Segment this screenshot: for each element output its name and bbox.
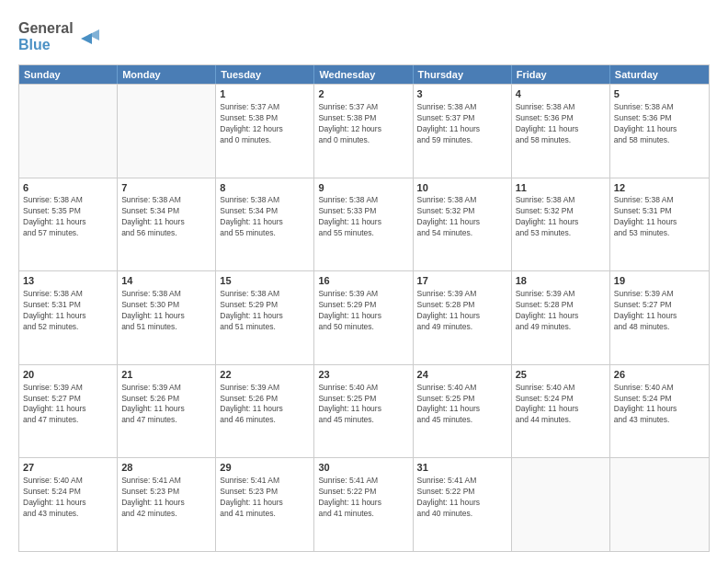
day-number: 12 bbox=[614, 181, 705, 195]
day-info: Sunrise: 5:38 AMSunset: 5:31 PMDaylight:… bbox=[23, 289, 113, 333]
day-cell-20: 20Sunrise: 5:39 AMSunset: 5:27 PMDayligh… bbox=[19, 365, 118, 458]
calendar-page: General Blue SundayMondayTuesdayWednesda… bbox=[0, 0, 728, 563]
day-info: Sunrise: 5:37 AMSunset: 5:38 PMDaylight:… bbox=[220, 102, 310, 146]
day-info: Sunrise: 5:38 AMSunset: 5:32 PMDaylight:… bbox=[516, 195, 606, 239]
day-info: Sunrise: 5:37 AMSunset: 5:38 PMDaylight:… bbox=[318, 102, 408, 146]
day-number: 11 bbox=[516, 181, 606, 195]
day-number: 4 bbox=[516, 87, 606, 101]
day-number: 10 bbox=[417, 181, 507, 195]
day-cell-19: 19Sunrise: 5:39 AMSunset: 5:27 PMDayligh… bbox=[610, 271, 709, 364]
day-number: 8 bbox=[220, 181, 310, 195]
week-row-3: 13Sunrise: 5:38 AMSunset: 5:31 PMDayligh… bbox=[19, 270, 709, 364]
day-header-monday: Monday bbox=[118, 65, 216, 84]
day-cell-14: 14Sunrise: 5:38 AMSunset: 5:30 PMDayligh… bbox=[118, 271, 216, 364]
day-number: 23 bbox=[318, 368, 408, 382]
day-cell-6: 6Sunrise: 5:38 AMSunset: 5:35 PMDaylight… bbox=[19, 178, 118, 271]
day-info: Sunrise: 5:39 AMSunset: 5:27 PMDaylight:… bbox=[23, 383, 113, 427]
day-cell-10: 10Sunrise: 5:38 AMSunset: 5:32 PMDayligh… bbox=[414, 178, 512, 271]
day-number: 27 bbox=[23, 461, 113, 475]
day-number: 30 bbox=[318, 461, 408, 475]
day-number: 5 bbox=[614, 87, 705, 101]
day-info: Sunrise: 5:40 AMSunset: 5:24 PMDaylight:… bbox=[614, 383, 705, 427]
day-header-friday: Friday bbox=[512, 65, 610, 84]
day-info: Sunrise: 5:38 AMSunset: 5:36 PMDaylight:… bbox=[516, 102, 606, 146]
day-number: 1 bbox=[220, 87, 310, 101]
day-info: Sunrise: 5:41 AMSunset: 5:23 PMDaylight:… bbox=[220, 476, 310, 520]
day-number: 22 bbox=[220, 368, 310, 382]
day-cell-17: 17Sunrise: 5:39 AMSunset: 5:28 PMDayligh… bbox=[414, 271, 512, 364]
day-number: 14 bbox=[121, 274, 211, 288]
day-info: Sunrise: 5:40 AMSunset: 5:24 PMDaylight:… bbox=[23, 476, 113, 520]
day-number: 17 bbox=[417, 274, 507, 288]
day-cell-8: 8Sunrise: 5:38 AMSunset: 5:34 PMDaylight… bbox=[216, 178, 314, 271]
day-number: 31 bbox=[417, 461, 507, 475]
day-info: Sunrise: 5:38 AMSunset: 5:37 PMDaylight:… bbox=[417, 102, 507, 146]
day-cell-26: 26Sunrise: 5:40 AMSunset: 5:24 PMDayligh… bbox=[610, 365, 709, 458]
day-info: Sunrise: 5:38 AMSunset: 5:35 PMDaylight:… bbox=[23, 195, 113, 239]
day-info: Sunrise: 5:39 AMSunset: 5:29 PMDaylight:… bbox=[318, 289, 408, 333]
week-row-1: 1Sunrise: 5:37 AMSunset: 5:38 PMDaylight… bbox=[19, 84, 709, 178]
logo-icon: General Blue bbox=[18, 17, 106, 55]
day-cell-3: 3Sunrise: 5:38 AMSunset: 5:37 PMDaylight… bbox=[414, 85, 512, 178]
day-cell-13: 13Sunrise: 5:38 AMSunset: 5:31 PMDayligh… bbox=[19, 271, 118, 364]
day-info: Sunrise: 5:39 AMSunset: 5:28 PMDaylight:… bbox=[516, 289, 606, 333]
day-info: Sunrise: 5:38 AMSunset: 5:32 PMDaylight:… bbox=[417, 195, 507, 239]
day-number: 29 bbox=[220, 461, 310, 475]
header: General Blue bbox=[18, 17, 710, 55]
day-cell-12: 12Sunrise: 5:38 AMSunset: 5:31 PMDayligh… bbox=[610, 178, 709, 271]
day-number: 18 bbox=[516, 274, 606, 288]
day-cell-4: 4Sunrise: 5:38 AMSunset: 5:36 PMDaylight… bbox=[512, 85, 610, 178]
day-cell-31: 31Sunrise: 5:41 AMSunset: 5:22 PMDayligh… bbox=[414, 458, 512, 551]
day-number: 3 bbox=[417, 87, 507, 101]
day-info: Sunrise: 5:38 AMSunset: 5:33 PMDaylight:… bbox=[318, 195, 408, 239]
svg-text:Blue: Blue bbox=[18, 37, 51, 52]
empty-cell bbox=[610, 458, 709, 551]
day-info: Sunrise: 5:38 AMSunset: 5:31 PMDaylight:… bbox=[614, 195, 705, 239]
day-info: Sunrise: 5:38 AMSunset: 5:29 PMDaylight:… bbox=[220, 289, 310, 333]
day-number: 24 bbox=[417, 368, 507, 382]
day-number: 25 bbox=[516, 368, 606, 382]
day-cell-25: 25Sunrise: 5:40 AMSunset: 5:24 PMDayligh… bbox=[512, 365, 610, 458]
day-header-wednesday: Wednesday bbox=[314, 65, 413, 84]
day-header-thursday: Thursday bbox=[414, 65, 512, 84]
day-info: Sunrise: 5:40 AMSunset: 5:25 PMDaylight:… bbox=[318, 383, 408, 427]
day-info: Sunrise: 5:40 AMSunset: 5:25 PMDaylight:… bbox=[417, 383, 507, 427]
day-number: 15 bbox=[220, 274, 310, 288]
day-cell-5: 5Sunrise: 5:38 AMSunset: 5:36 PMDaylight… bbox=[610, 85, 709, 178]
day-cell-7: 7Sunrise: 5:38 AMSunset: 5:34 PMDaylight… bbox=[118, 178, 216, 271]
calendar: SundayMondayTuesdayWednesdayThursdayFrid… bbox=[18, 64, 710, 552]
day-number: 13 bbox=[23, 274, 113, 288]
day-header-saturday: Saturday bbox=[610, 65, 709, 84]
day-number: 26 bbox=[614, 368, 705, 382]
day-cell-28: 28Sunrise: 5:41 AMSunset: 5:23 PMDayligh… bbox=[118, 458, 216, 551]
calendar-body: 1Sunrise: 5:37 AMSunset: 5:38 PMDaylight… bbox=[19, 84, 709, 551]
day-cell-11: 11Sunrise: 5:38 AMSunset: 5:32 PMDayligh… bbox=[512, 178, 610, 271]
week-row-4: 20Sunrise: 5:39 AMSunset: 5:27 PMDayligh… bbox=[19, 364, 709, 458]
svg-text:General: General bbox=[18, 20, 74, 36]
day-info: Sunrise: 5:38 AMSunset: 5:34 PMDaylight:… bbox=[220, 195, 310, 239]
day-number: 21 bbox=[121, 368, 211, 382]
day-info: Sunrise: 5:39 AMSunset: 5:26 PMDaylight:… bbox=[121, 383, 211, 427]
day-cell-23: 23Sunrise: 5:40 AMSunset: 5:25 PMDayligh… bbox=[314, 365, 413, 458]
day-number: 9 bbox=[318, 181, 408, 195]
day-cell-2: 2Sunrise: 5:37 AMSunset: 5:38 PMDaylight… bbox=[314, 85, 413, 178]
day-cell-1: 1Sunrise: 5:37 AMSunset: 5:38 PMDaylight… bbox=[216, 85, 314, 178]
day-info: Sunrise: 5:39 AMSunset: 5:27 PMDaylight:… bbox=[614, 289, 705, 333]
week-row-2: 6Sunrise: 5:38 AMSunset: 5:35 PMDaylight… bbox=[19, 178, 709, 271]
day-info: Sunrise: 5:39 AMSunset: 5:26 PMDaylight:… bbox=[220, 383, 310, 427]
day-info: Sunrise: 5:38 AMSunset: 5:36 PMDaylight:… bbox=[614, 102, 705, 146]
day-number: 7 bbox=[121, 181, 211, 195]
day-number: 16 bbox=[318, 274, 408, 288]
day-number: 19 bbox=[614, 274, 705, 288]
day-number: 2 bbox=[318, 87, 408, 101]
empty-cell bbox=[19, 85, 118, 178]
day-cell-15: 15Sunrise: 5:38 AMSunset: 5:29 PMDayligh… bbox=[216, 271, 314, 364]
day-cell-16: 16Sunrise: 5:39 AMSunset: 5:29 PMDayligh… bbox=[314, 271, 413, 364]
day-number: 6 bbox=[23, 181, 113, 195]
day-info: Sunrise: 5:38 AMSunset: 5:30 PMDaylight:… bbox=[121, 289, 211, 333]
day-cell-24: 24Sunrise: 5:40 AMSunset: 5:25 PMDayligh… bbox=[414, 365, 512, 458]
day-info: Sunrise: 5:41 AMSunset: 5:22 PMDaylight:… bbox=[417, 476, 507, 520]
day-info: Sunrise: 5:41 AMSunset: 5:23 PMDaylight:… bbox=[121, 476, 211, 520]
day-cell-22: 22Sunrise: 5:39 AMSunset: 5:26 PMDayligh… bbox=[216, 365, 314, 458]
day-cell-18: 18Sunrise: 5:39 AMSunset: 5:28 PMDayligh… bbox=[512, 271, 610, 364]
